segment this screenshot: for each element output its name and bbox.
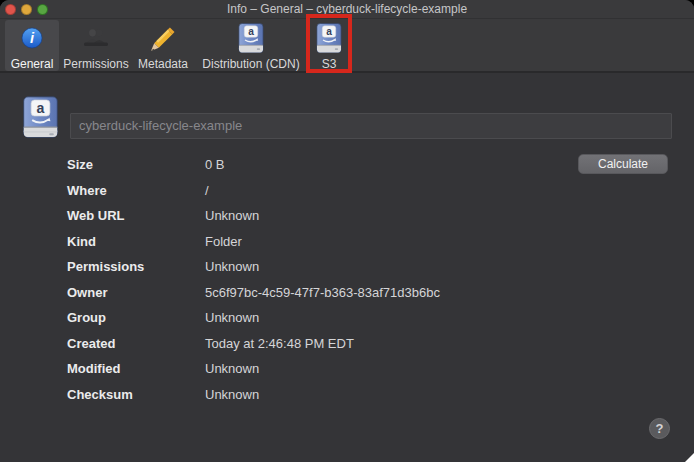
row-value: Unknown: [205, 361, 259, 376]
row-value: Unknown: [205, 387, 259, 402]
help-button[interactable]: ?: [649, 418, 670, 439]
toolbar: i General Permissions: [0, 19, 694, 73]
row-label: Group: [67, 310, 205, 325]
info-rows: Size 0 B Where / Web URL Unknown Kind Fo…: [67, 152, 567, 407]
row-label: Kind: [67, 234, 205, 249]
row-value: Unknown: [205, 208, 259, 223]
tab-metadata[interactable]: Metadata: [135, 20, 191, 71]
row-label: Where: [67, 183, 205, 198]
row-value: Unknown: [205, 259, 259, 274]
general-panel: a cyberduck-lifecycle-example Size 0 B W…: [0, 75, 694, 462]
window-title: Info – General – cyberduck-lifecycle-exa…: [0, 0, 694, 19]
info-row: Owner 5c6f97bc-4c59-47f7-b363-83af71d3b6…: [67, 280, 567, 306]
row-value: 5c6f97bc-4c59-47f7-b363-83af71d3b6bc: [205, 285, 440, 300]
info-row: Modified Unknown: [67, 356, 567, 382]
row-value: Today at 2:46:48 PM EDT: [205, 336, 354, 351]
s3-bucket-icon: a: [23, 95, 58, 143]
title-bar: Info – General – cyberduck-lifecycle-exa…: [0, 0, 694, 19]
pencil-icon: [148, 20, 178, 57]
info-row: Checksum Unknown: [67, 382, 567, 408]
row-label: Modified: [67, 361, 205, 376]
info-row: Web URL Unknown: [67, 203, 567, 229]
row-label: Checksum: [67, 387, 205, 402]
info-row: Group Unknown: [67, 305, 567, 331]
svg-text:a: a: [248, 26, 254, 37]
tab-permissions[interactable]: Permissions: [63, 20, 129, 71]
row-label: Created: [67, 336, 205, 351]
info-row: Permissions Unknown: [67, 254, 567, 280]
svg-text:a: a: [326, 26, 332, 37]
tab-label: Distribution (CDN): [202, 57, 299, 71]
s3-drive-icon: a: [316, 20, 342, 57]
bucket-name-field[interactable]: cyberduck-lifecycle-example: [70, 113, 672, 139]
tab-label: General: [11, 57, 54, 71]
info-row: Kind Folder: [67, 229, 567, 255]
row-label: Size: [67, 157, 205, 172]
info-row: Created Today at 2:46:48 PM EDT: [67, 331, 567, 357]
row-value: Unknown: [205, 310, 259, 325]
info-row: Where /: [67, 178, 567, 204]
svg-text:a: a: [37, 100, 45, 116]
row-value: /: [205, 183, 209, 198]
tab-label: Metadata: [138, 57, 188, 71]
tab-distribution-cdn[interactable]: a Distribution (CDN): [197, 20, 305, 71]
tab-label: Permissions: [63, 57, 128, 71]
people-icon: [81, 20, 111, 57]
tab-general[interactable]: i General: [5, 20, 59, 71]
info-window: Info – General – cyberduck-lifecycle-exa…: [0, 0, 694, 462]
row-value: 0 B: [205, 157, 225, 172]
row-label: Owner: [67, 285, 205, 300]
info-row: Size 0 B: [67, 152, 567, 178]
info-icon: i: [21, 20, 43, 57]
row-value: Folder: [205, 234, 242, 249]
tab-label: S3: [322, 57, 337, 71]
row-label: Permissions: [67, 259, 205, 274]
tab-s3[interactable]: a S3: [308, 20, 350, 71]
screen-corner-artifact: [685, 453, 694, 462]
row-label: Web URL: [67, 208, 205, 223]
s3-drive-icon: a: [238, 20, 264, 57]
calculate-button[interactable]: Calculate: [578, 154, 668, 174]
